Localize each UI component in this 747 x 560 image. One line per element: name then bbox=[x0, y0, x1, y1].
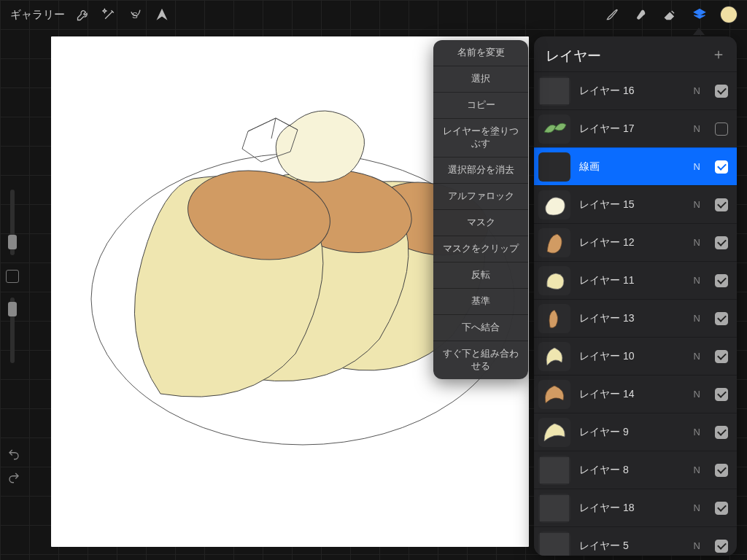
undo-icon[interactable] bbox=[7, 448, 20, 464]
layer-row[interactable]: レイヤー 18N bbox=[534, 489, 737, 526]
layer-row[interactable]: レイヤー 17N bbox=[534, 109, 737, 147]
blend-mode-label[interactable]: N bbox=[694, 237, 700, 248]
visibility-checkbox[interactable] bbox=[715, 388, 728, 401]
layer-name-label: レイヤー 10 bbox=[579, 350, 685, 363]
layer-name-label: レイヤー 14 bbox=[579, 388, 685, 401]
blend-mode-label[interactable]: N bbox=[694, 502, 700, 513]
visibility-checkbox[interactable] bbox=[715, 312, 728, 325]
layers-panel-header: レイヤー bbox=[534, 36, 737, 71]
eraser-icon[interactable] bbox=[662, 7, 678, 23]
visibility-checkbox[interactable] bbox=[715, 236, 728, 249]
layer-thumbnail[interactable] bbox=[538, 532, 570, 556]
layer-thumbnail[interactable] bbox=[538, 77, 570, 106]
layer-name-label: レイヤー 13 bbox=[579, 312, 685, 325]
context-menu-item[interactable]: すぐ下と組み合わせる bbox=[433, 341, 528, 379]
blend-mode-label[interactable]: N bbox=[694, 123, 700, 134]
visibility-checkbox[interactable] bbox=[715, 198, 728, 211]
brush-opacity-slider[interactable] bbox=[10, 298, 15, 363]
visibility-checkbox[interactable] bbox=[715, 502, 728, 515]
selection-icon[interactable]: S bbox=[128, 7, 144, 23]
layer-thumbnail[interactable] bbox=[538, 304, 570, 333]
visibility-checkbox[interactable] bbox=[715, 274, 728, 287]
topbar-left: ギャラリー S bbox=[10, 7, 170, 23]
layers-list[interactable]: レイヤー 16Nレイヤー 17N線画Nレイヤー 15Nレイヤー 12Nレイヤー … bbox=[534, 71, 737, 556]
context-menu-arrow-icon bbox=[527, 163, 528, 175]
layers-panel-title: レイヤー bbox=[546, 47, 601, 66]
layers-panel: レイヤー レイヤー 16Nレイヤー 17N線画Nレイヤー 15Nレイヤー 12N… bbox=[534, 36, 737, 556]
blend-mode-label[interactable]: N bbox=[694, 351, 700, 362]
layer-row[interactable]: レイヤー 16N bbox=[534, 71, 737, 109]
layer-thumbnail[interactable] bbox=[538, 228, 570, 257]
context-menu-item[interactable]: 基準 bbox=[433, 289, 528, 315]
context-menu-item[interactable]: レイヤーを塗りつぶす bbox=[433, 119, 528, 158]
layer-thumbnail[interactable] bbox=[538, 190, 570, 219]
blend-mode-label[interactable]: N bbox=[694, 313, 700, 324]
layer-thumbnail[interactable] bbox=[538, 152, 570, 182]
svg-rect-7 bbox=[540, 457, 569, 483]
context-menu-item[interactable]: コピー bbox=[433, 93, 528, 119]
layers-icon[interactable] bbox=[692, 7, 708, 23]
add-layer-button[interactable] bbox=[712, 48, 725, 64]
topbar-right bbox=[604, 7, 737, 23]
layer-thumbnail[interactable] bbox=[538, 380, 570, 409]
top-toolbar: ギャラリー S bbox=[0, 0, 747, 29]
brush-size-slider[interactable] bbox=[10, 190, 15, 255]
context-menu-item[interactable]: 選択 bbox=[433, 66, 528, 93]
visibility-checkbox[interactable] bbox=[715, 160, 728, 174]
wrench-icon[interactable] bbox=[75, 7, 91, 23]
visibility-checkbox[interactable] bbox=[715, 350, 728, 363]
blend-mode-label[interactable]: N bbox=[694, 275, 700, 286]
brush-icon[interactable] bbox=[604, 7, 620, 23]
layer-row[interactable]: レイヤー 15N bbox=[534, 185, 737, 223]
blend-mode-label[interactable]: N bbox=[694, 540, 700, 551]
visibility-checkbox[interactable] bbox=[715, 122, 728, 136]
layer-context-menu: 名前を変更選択コピーレイヤーを塗りつぶす選択部分を消去アルファロックマスクマスク… bbox=[433, 40, 528, 379]
layer-thumbnail[interactable] bbox=[538, 494, 570, 523]
svg-rect-5 bbox=[540, 78, 569, 104]
layer-row[interactable]: レイヤー 8N bbox=[534, 451, 737, 489]
modifier-button[interactable] bbox=[6, 270, 19, 283]
blend-mode-label[interactable]: N bbox=[694, 161, 700, 172]
blend-mode-label[interactable]: N bbox=[694, 85, 700, 96]
layer-row[interactable]: レイヤー 11N bbox=[534, 261, 737, 299]
blend-mode-label[interactable]: N bbox=[694, 427, 700, 438]
layer-row[interactable]: 線画N bbox=[534, 147, 737, 185]
redo-icon[interactable] bbox=[7, 471, 20, 487]
blend-mode-label[interactable]: N bbox=[694, 464, 700, 475]
gallery-button[interactable]: ギャラリー bbox=[10, 8, 65, 22]
layer-row[interactable]: レイヤー 5N bbox=[534, 526, 737, 556]
visibility-checkbox[interactable] bbox=[715, 426, 728, 439]
smudge-icon[interactable] bbox=[633, 7, 649, 23]
layer-name-label: レイヤー 8 bbox=[579, 464, 685, 477]
svg-rect-6 bbox=[540, 154, 569, 180]
context-menu-item[interactable]: 選択部分を消去 bbox=[433, 158, 528, 184]
layer-row[interactable]: レイヤー 9N bbox=[534, 413, 737, 451]
visibility-checkbox[interactable] bbox=[715, 540, 728, 553]
context-menu-item[interactable]: マスクをクリップ bbox=[433, 236, 528, 262]
layer-thumbnail[interactable] bbox=[538, 342, 570, 371]
layer-thumbnail[interactable] bbox=[538, 266, 570, 295]
layer-thumbnail[interactable] bbox=[538, 418, 570, 447]
layer-thumbnail[interactable] bbox=[538, 114, 570, 144]
layer-thumbnail[interactable] bbox=[538, 456, 570, 485]
visibility-checkbox[interactable] bbox=[715, 464, 728, 477]
blend-mode-label[interactable]: N bbox=[694, 389, 700, 400]
layer-row[interactable]: レイヤー 10N bbox=[534, 337, 737, 375]
context-menu-item[interactable]: アルファロック bbox=[433, 184, 528, 210]
transform-arrow-icon[interactable] bbox=[154, 7, 170, 23]
svg-rect-8 bbox=[540, 495, 569, 521]
color-swatch[interactable] bbox=[721, 7, 737, 23]
context-menu-item[interactable]: マスク bbox=[433, 210, 528, 236]
wand-icon[interactable] bbox=[101, 7, 117, 23]
blend-mode-label[interactable]: N bbox=[694, 199, 700, 210]
app-root: ギャラリー S bbox=[0, 0, 747, 560]
layer-row[interactable]: レイヤー 13N bbox=[534, 299, 737, 337]
layer-name-label: レイヤー 17 bbox=[579, 122, 685, 136]
layer-name-label: レイヤー 9 bbox=[579, 426, 685, 439]
layer-row[interactable]: レイヤー 12N bbox=[534, 223, 737, 261]
context-menu-item[interactable]: 下へ結合 bbox=[433, 315, 528, 341]
context-menu-item[interactable]: 名前を変更 bbox=[433, 40, 528, 66]
layer-row[interactable]: レイヤー 14N bbox=[534, 375, 737, 413]
context-menu-item[interactable]: 反転 bbox=[433, 262, 528, 289]
visibility-checkbox[interactable] bbox=[715, 85, 728, 98]
